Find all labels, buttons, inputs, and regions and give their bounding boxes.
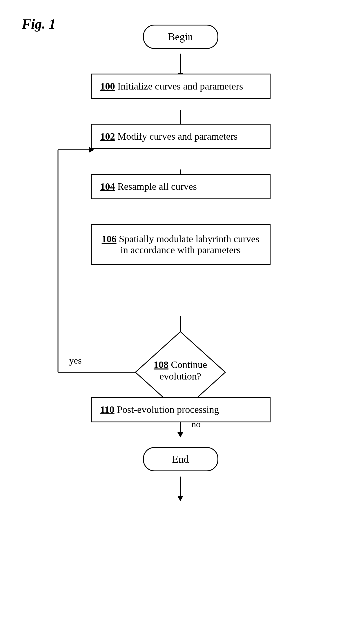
begin-node: Begin (143, 25, 218, 49)
step-106-label: Spatially modulate labyrinth curves in a… (119, 233, 259, 255)
step-104-label: Resample all curves (117, 181, 197, 192)
step-104-num: 104 (100, 181, 115, 192)
svg-marker-18 (177, 496, 183, 501)
step-102-num: 102 (100, 131, 115, 142)
step-110-num: 110 (100, 404, 115, 415)
step-102-label: Modify curves and parameters (117, 131, 237, 142)
step-102-node: 102 Modify curves and parameters (91, 124, 271, 149)
flowchart: Begin 100 Initialize curves and paramete… (79, 25, 282, 471)
step-100-num: 100 (100, 81, 115, 92)
step-110-node: 110 Post-evolution processing (91, 397, 271, 422)
end-label: End (172, 453, 189, 465)
step-106-num: 106 (102, 233, 117, 244)
end-node: End (143, 447, 218, 471)
step-106-node: 106 Spatially modulate labyrinth curves … (91, 224, 271, 265)
fig-label: Fig. 1 (22, 16, 56, 32)
begin-label: Begin (168, 31, 193, 43)
page: Fig. 1 (0, 0, 361, 644)
step-100-label: Initialize curves and parameters (117, 81, 243, 92)
step-100-node: 100 Initialize curves and parameters (91, 74, 271, 99)
step-104-node: 104 Resample all curves (91, 174, 271, 199)
step-110-label: Post-evolution processing (117, 404, 219, 415)
